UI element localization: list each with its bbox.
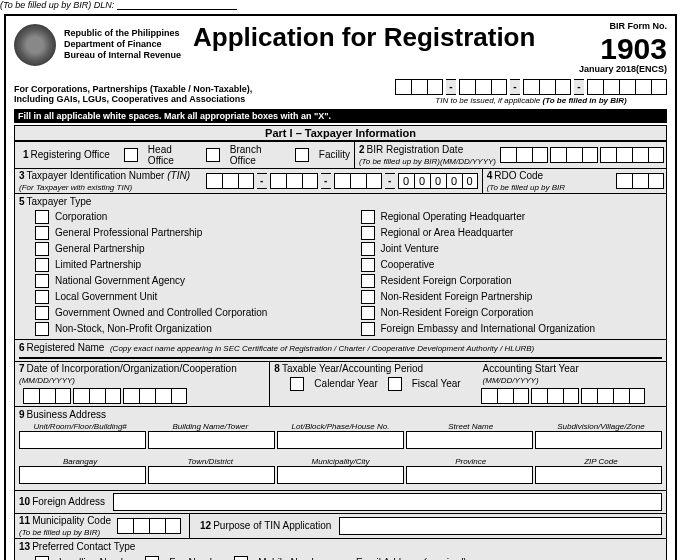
addr-lbl-r1-4: Subdivision/Village/Zone — [536, 422, 666, 431]
chk-tt-left-2[interactable] — [35, 242, 49, 256]
lbl-tt-left-2: General Partnership — [55, 243, 145, 254]
f8-acc-boxes[interactable] — [481, 388, 664, 404]
f6-input[interactable] — [19, 357, 662, 359]
chk-mobile[interactable] — [234, 556, 248, 560]
addr-input-r1-0[interactable] — [19, 431, 146, 449]
row-3-4: 3Taxpayer Identification Number (TIN) (F… — [14, 169, 667, 194]
f4-label: 4RDO Code (To be filled up by BIR — [483, 169, 569, 193]
form-revision: January 2018(ENCS) — [579, 64, 667, 74]
row-9: 9Business Address Unit/Room/Floor/Buildi… — [14, 407, 667, 491]
row-11-12: 11Municipality Code(To be filled up by B… — [14, 514, 667, 539]
chk-tt-right-2[interactable] — [361, 242, 375, 256]
lbl-tt-left-4: National Government Agency — [55, 275, 185, 286]
dln-input-line[interactable] — [117, 9, 237, 10]
subhead-l2: Including GAIs, LGUs, Cooperatives and A… — [14, 95, 252, 105]
f11-label: 11Municipality Code(To be filled up by B… — [15, 514, 115, 538]
f2-date-boxes[interactable] — [500, 147, 664, 163]
f6-label: 6Registered Name (Copy exact name appear… — [15, 340, 666, 355]
chk-fiscal-year[interactable] — [388, 377, 402, 391]
chk-tt-right-5[interactable] — [361, 290, 375, 304]
addr-lbl-r2-2: Municipality/City — [275, 457, 405, 466]
lbl-tt-right-4: Resident Foreign Corporation — [381, 275, 512, 286]
f5-label: 5Taxpayer Type — [15, 194, 666, 209]
f9-r1-labels: Unit/Room/Floor/Building#Building Name/T… — [15, 422, 666, 431]
chk-tt-right-4[interactable] — [361, 274, 375, 288]
form-page: Republic of the Philippines Department o… — [4, 14, 677, 560]
lbl-facility: Facility — [319, 149, 350, 160]
chk-facility[interactable] — [295, 148, 309, 162]
chk-fax[interactable] — [145, 556, 159, 560]
row-5: 5Taxpayer Type CorporationGeneral Profes… — [14, 194, 667, 340]
addr-lbl-r2-0: Barangay — [15, 457, 145, 466]
chk-tt-left-7[interactable] — [35, 322, 49, 336]
addr-input-r1-1[interactable] — [148, 431, 275, 449]
f11-boxes[interactable] — [117, 518, 181, 534]
lbl-fiscal-year: Fiscal Year — [412, 378, 461, 389]
f3-label: 3Taxpayer Identification Number (TIN) (F… — [15, 169, 194, 193]
addr-input-r2-4[interactable] — [535, 466, 662, 484]
row-13: 13Preferred Contact Type Landline Number… — [14, 539, 667, 560]
subheader-left: For Corporations, Partnerships (Taxable … — [14, 85, 252, 105]
addr-input-r1-4[interactable] — [535, 431, 662, 449]
f9-r1-inputs — [15, 431, 666, 451]
bir-seal-icon — [14, 24, 56, 66]
f10-input[interactable] — [113, 493, 662, 511]
row-1-2: 1Registering Office Head Office Branch O… — [14, 141, 667, 169]
chk-head-office[interactable] — [124, 148, 138, 162]
chk-landline[interactable] — [35, 556, 49, 560]
f5-right-col: Regional Operating HeadquarterRegional o… — [341, 209, 667, 337]
f4-rdo-boxes[interactable] — [616, 173, 664, 189]
chk-tt-left-5[interactable] — [35, 290, 49, 304]
lbl-calendar-year: Calendar Year — [314, 378, 377, 389]
chk-tt-left-0[interactable] — [35, 210, 49, 224]
chk-tt-left-6[interactable] — [35, 306, 49, 320]
chk-tt-right-3[interactable] — [361, 258, 375, 272]
chk-tt-left-4[interactable] — [35, 274, 49, 288]
f12-input[interactable] — [339, 517, 662, 535]
chk-tt-left-3[interactable] — [35, 258, 49, 272]
lbl-tt-right-5: Non-Resident Foreign Partnership — [381, 291, 533, 302]
agency-line3: Bureau of Internal Revenue — [64, 50, 181, 60]
addr-input-r2-2[interactable] — [277, 466, 404, 484]
dln-row: (To be filled up by BIR) DLN: — [0, 0, 681, 10]
addr-lbl-r2-3: Province — [406, 457, 536, 466]
chk-tt-right-6[interactable] — [361, 306, 375, 320]
addr-input-r1-2[interactable] — [277, 431, 404, 449]
lbl-head-office: Head Office — [148, 144, 196, 166]
row-6: 6Registered Name (Copy exact name appear… — [14, 340, 667, 362]
addr-lbl-r1-1: Building Name/Tower — [145, 422, 275, 431]
chk-calendar-year[interactable] — [290, 377, 304, 391]
addr-lbl-r1-0: Unit/Room/Floor/Building# — [15, 422, 145, 431]
f13-label: 13Preferred Contact Type — [15, 539, 666, 554]
lbl-tt-right-6: Non-Resident Foreign Corporation — [381, 307, 534, 318]
f7-label: 7Date of Incorporation/Organization/Coop… — [15, 362, 269, 386]
f10-label: 10Foreign Address — [15, 494, 109, 509]
chk-tt-left-1[interactable] — [35, 226, 49, 240]
f1-label: 1Registering Office — [19, 147, 114, 162]
lbl-tt-right-7: Foreign Embassy and International Organi… — [381, 323, 596, 334]
addr-input-r2-1[interactable] — [148, 466, 275, 484]
lbl-tt-left-5: Local Government Unit — [55, 291, 157, 302]
f7-date-boxes[interactable] — [23, 388, 267, 404]
chk-tt-right-1[interactable] — [361, 226, 375, 240]
subheader: For Corporations, Partnerships (Taxable … — [14, 79, 667, 105]
form-title: Application for Registration — [193, 22, 571, 53]
lbl-tt-right-1: Regional or Area Headquarter — [381, 227, 514, 238]
chk-branch-office[interactable] — [206, 148, 220, 162]
f8-acc-label: Accounting Start Year(MM/DD/YYYY) — [479, 362, 666, 386]
lbl-tt-right-0: Regional Operating Headquarter — [381, 211, 526, 222]
addr-input-r2-0[interactable] — [19, 466, 146, 484]
f3-tin-boxes[interactable]: - - - 00000 — [206, 173, 478, 189]
f9-r2-inputs — [15, 466, 666, 486]
lbl-tt-left-3: Limited Partnership — [55, 259, 141, 270]
addr-input-r1-3[interactable] — [406, 431, 533, 449]
form-number: 1903 — [579, 32, 667, 65]
chk-tt-right-7[interactable] — [361, 322, 375, 336]
lbl-tt-right-3: Cooperative — [381, 259, 435, 270]
header: Republic of the Philippines Department o… — [14, 22, 667, 75]
tin-issued-boxes[interactable]: - - - — [395, 79, 667, 95]
instruction-bar: Fill in all applicable white spaces. Mar… — [14, 109, 667, 123]
chk-tt-right-0[interactable] — [361, 210, 375, 224]
addr-input-r2-3[interactable] — [406, 466, 533, 484]
f2-label: 2BIR Registration Date (To be filled up … — [355, 143, 500, 167]
